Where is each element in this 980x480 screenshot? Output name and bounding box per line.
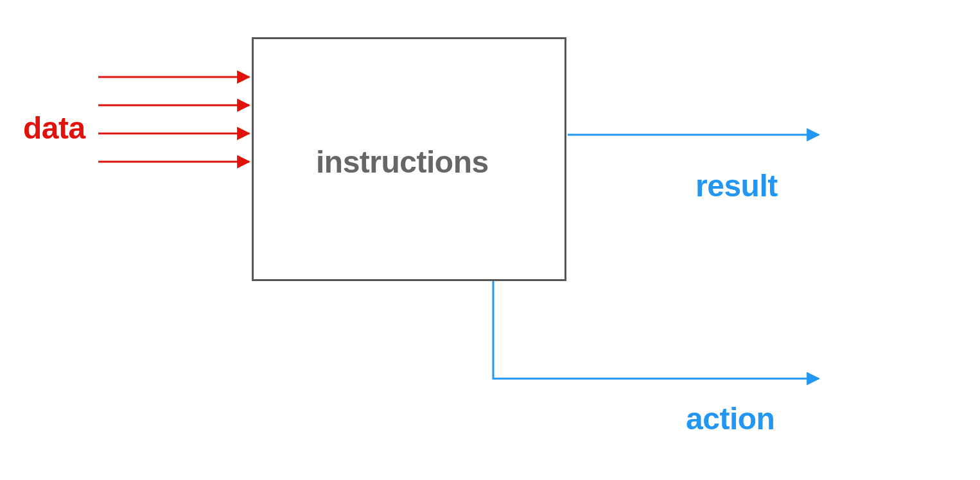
- instructions-label: instructions: [316, 144, 489, 180]
- data-label: data: [23, 110, 85, 146]
- result-label: result: [696, 168, 778, 203]
- action-arrow: [493, 281, 819, 379]
- action-label: action: [686, 401, 774, 436]
